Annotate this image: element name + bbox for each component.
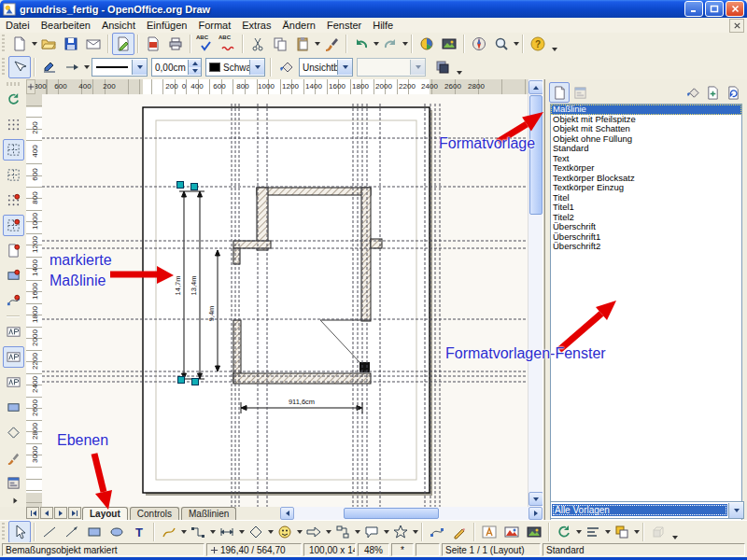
- rectangle-tool-icon[interactable]: [83, 521, 106, 543]
- undo-icon[interactable]: [350, 33, 373, 55]
- wall-top[interactable]: [257, 188, 371, 195]
- minimize-button[interactable]: [684, 1, 703, 17]
- new-document-icon[interactable]: [8, 33, 31, 55]
- dimension-label-v3[interactable]: 9,4m: [207, 306, 216, 322]
- open-icon[interactable]: [37, 33, 60, 55]
- arrow-tool-icon[interactable]: [61, 521, 83, 543]
- line-style-combo[interactable]: [92, 58, 148, 77]
- guides-when-moving-icon[interactable]: [3, 164, 24, 186]
- modify-with-attributes-icon[interactable]: [3, 447, 24, 469]
- toolbar-overflow-icon[interactable]: [669, 523, 680, 541]
- style-item[interactable]: Textkörper Einzug: [551, 183, 741, 193]
- style-item[interactable]: Titel1: [551, 203, 741, 213]
- copy-icon[interactable]: [269, 33, 291, 55]
- menu-format[interactable]: Format: [192, 19, 236, 32]
- menu-extras[interactable]: Extras: [236, 19, 276, 32]
- menu-datei[interactable]: Datei: [0, 19, 35, 32]
- tab-controls[interactable]: Controls: [130, 507, 179, 520]
- large-handles-icon[interactable]: [3, 422, 24, 443]
- horizontal-scrollbar[interactable]: [280, 507, 543, 520]
- drawing-canvas[interactable]: 14,7m 13,4m 9,4m 911,6cm: [42, 94, 528, 507]
- tab-layout[interactable]: Layout: [82, 507, 128, 520]
- snap-to-border-icon[interactable]: [3, 265, 24, 287]
- new-style-from-selection-icon[interactable]: [702, 82, 723, 103]
- paste-icon[interactable]: [291, 33, 314, 55]
- select-tool-icon[interactable]: [8, 521, 31, 543]
- double-click-edit-text-icon[interactable]: [3, 371, 24, 393]
- menu-bearbeiten[interactable]: Bearbeiten: [35, 19, 96, 32]
- edit-points-tool-icon[interactable]: [426, 521, 448, 543]
- line-style-dropdown-icon[interactable]: [132, 60, 147, 75]
- toolbar-overflow-icon[interactable]: [7, 497, 19, 507]
- style-list[interactable]: Maßlinie Objekt mit Pfeilspitze Objekt m…: [550, 104, 742, 553]
- connector-tool-icon[interactable]: [187, 521, 209, 543]
- style-item-masslinie[interactable]: Maßlinie: [551, 105, 741, 115]
- flowchart-icon[interactable]: [331, 521, 354, 543]
- fill-dialog-icon[interactable]: [275, 56, 297, 78]
- last-layer-icon[interactable]: [68, 507, 81, 519]
- toolbar-overflow-icon[interactable]: [454, 58, 464, 77]
- glue-points-icon[interactable]: [448, 521, 471, 543]
- line-width-field[interactable]: 0,00cm: [151, 58, 202, 77]
- redo-dropdown-icon[interactable]: [402, 42, 408, 46]
- menu-ansicht[interactable]: Ansicht: [96, 19, 141, 32]
- simple-handles-icon[interactable]: [3, 397, 24, 418]
- line-color-combo[interactable]: Schwarz: [205, 58, 265, 77]
- dimension-label-h[interactable]: 911,6cm: [289, 398, 315, 406]
- vertical-ruler[interactable]: 200 400 600 800 1000 1200 1400 1600 1800…: [26, 94, 43, 507]
- rotation-mode-icon[interactable]: [3, 89, 24, 110]
- style-item[interactable]: Textkörper: [551, 163, 741, 174]
- toolbar-grip[interactable]: [2, 523, 5, 541]
- select-text-area-icon[interactable]: [3, 346, 24, 368]
- show-snaplines-icon[interactable]: [3, 139, 24, 161]
- snap-to-snaplines-icon[interactable]: [3, 215, 24, 236]
- line-width-stepper[interactable]: [188, 60, 201, 75]
- fontwork-gallery-icon[interactable]: [478, 521, 500, 543]
- show-dialogs-icon[interactable]: [3, 472, 24, 494]
- style-item[interactable]: Standard: [551, 144, 741, 154]
- ellipse-tool-icon[interactable]: [106, 521, 128, 543]
- line-color-dropdown-icon[interactable]: [249, 60, 264, 75]
- autospellcheck-icon[interactable]: ABC: [217, 33, 239, 55]
- format-paintbrush-icon[interactable]: [320, 33, 343, 55]
- scroll-up-icon[interactable]: [529, 80, 543, 94]
- toolbar-grip[interactable]: [2, 58, 5, 77]
- zoom-icon[interactable]: [490, 33, 513, 55]
- toolbar-grip[interactable]: [7, 82, 20, 86]
- chart-icon[interactable]: [416, 33, 438, 55]
- graphic-styles-icon[interactable]: [549, 82, 570, 103]
- style-filter-dropdown-icon[interactable]: [728, 503, 743, 518]
- dimension-label-v2[interactable]: 13,4m: [190, 276, 198, 296]
- horizontal-ruler[interactable]: 800 600 400 200 200 0 400 600 800 1000 1…: [35, 79, 528, 95]
- snap-to-points-icon[interactable]: [3, 290, 24, 312]
- export-pdf-icon[interactable]: [142, 33, 164, 55]
- edit-points-icon[interactable]: [8, 56, 31, 78]
- dimension-label-v1[interactable]: 14,7m: [174, 276, 182, 296]
- symbol-shapes-icon[interactable]: [274, 521, 296, 543]
- tab-masslinien[interactable]: Maßlinien: [181, 507, 236, 520]
- zoom-dropdown-icon[interactable]: [514, 42, 519, 46]
- menu-fenster[interactable]: Fenster: [321, 19, 367, 32]
- ruler-origin-box[interactable]: [26, 79, 35, 94]
- scroll-down-icon[interactable]: [529, 492, 543, 506]
- maximize-button[interactable]: [705, 1, 724, 17]
- snap-to-margins-icon[interactable]: [3, 240, 24, 261]
- arrow-style-icon[interactable]: [61, 56, 83, 78]
- vscroll-thumb[interactable]: [529, 95, 543, 215]
- scroll-left-icon[interactable]: [280, 507, 294, 520]
- next-layer-icon[interactable]: [54, 507, 67, 519]
- arrow-style-dropdown-icon[interactable]: [84, 65, 90, 69]
- page[interactable]: [143, 107, 430, 493]
- menu-aendern[interactable]: Ändern: [276, 19, 320, 32]
- style-item[interactable]: Überschrift2: [551, 242, 741, 252]
- curve-tool-icon[interactable]: [158, 521, 180, 543]
- callouts-icon[interactable]: [360, 521, 383, 543]
- title-bar[interactable]: grundriss_fertig - OpenOffice.org Draw: [0, 0, 747, 18]
- door-jamb[interactable]: [359, 362, 370, 372]
- edit-file-icon[interactable]: [112, 33, 134, 55]
- print-icon[interactable]: [164, 33, 187, 55]
- scroll-right-icon[interactable]: [529, 507, 543, 520]
- gallery-icon[interactable]: [438, 33, 460, 55]
- gallery-icon[interactable]: [523, 521, 545, 543]
- update-style-icon[interactable]: [723, 82, 743, 103]
